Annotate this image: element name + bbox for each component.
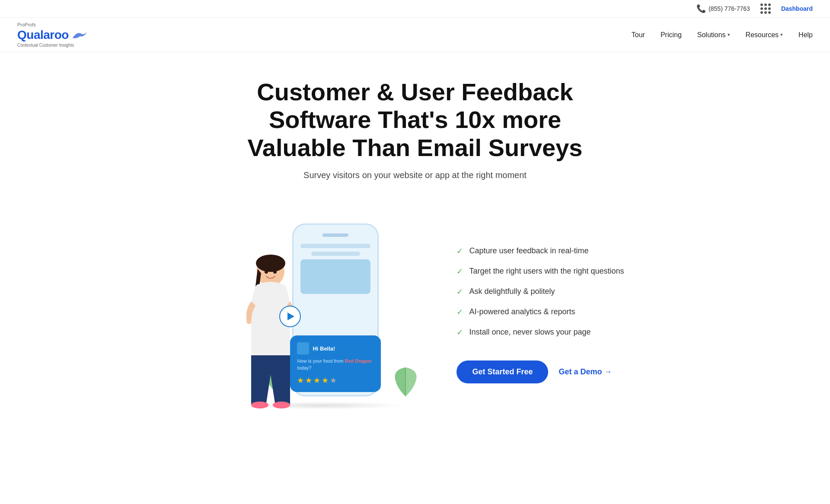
phone-text: (855) 776-7763 [709, 5, 750, 12]
nav-help[interactable]: Help [798, 31, 813, 39]
hero-section: Customer & User Feedback Software That's… [156, 52, 674, 219]
get-demo-button[interactable]: Get a Demo → [559, 367, 612, 376]
survey-avatar [297, 342, 309, 354]
resources-chevron-icon: ▾ [780, 32, 783, 38]
hero-title: Customer & User Feedback Software That's… [220, 78, 610, 162]
feature-item-3: ✓ Ask delightfully & politely [456, 286, 624, 297]
star-2: ★ [305, 376, 312, 385]
feature-item-2: ✓ Target the right users with the right … [456, 266, 624, 277]
nav-pricing[interactable]: Pricing [661, 31, 682, 39]
logo-qualaroo-text: Qualaroo [17, 28, 69, 42]
survey-popup-question: How is your food from Red Dragon today? [297, 358, 374, 371]
nav-tour[interactable]: Tour [632, 31, 645, 39]
hero-content: Hi Bella! How is your food from Red Drag… [156, 219, 674, 409]
logo-tagline: Contextual Customer Insights [17, 43, 88, 48]
feature-text-1: Capture user feedback in real-time [469, 246, 588, 256]
star-5: ★ [330, 376, 337, 385]
feature-text-5: Install once, never slows your page [469, 327, 591, 338]
svg-point-4 [251, 402, 268, 408]
phone-line-1 [300, 244, 370, 248]
feature-item-4: ✓ AI-powered analytics & reports [456, 306, 624, 317]
star-rating: ★ ★ ★ ★ ★ [297, 376, 374, 385]
main-nav: ProProfs Qualaroo Contextual Customer In… [0, 18, 830, 52]
get-started-button[interactable]: Get Started Free [456, 360, 548, 383]
check-icon-1: ✓ [456, 246, 463, 256]
solutions-chevron-icon: ▾ [728, 32, 730, 38]
feature-text-3: Ask delightfully & politely [469, 286, 555, 297]
leaf-right-icon [394, 366, 418, 401]
survey-popup: Hi Bella! How is your food from Red Drag… [290, 335, 381, 392]
hero-illustration: Hi Bella! How is your food from Red Drag… [206, 219, 431, 409]
star-1: ★ [297, 376, 304, 385]
nav-links: Tour Pricing Solutions ▾ Resources ▾ Hel… [632, 31, 813, 39]
check-icon-3: ✓ [456, 287, 463, 297]
svg-point-5 [273, 402, 290, 408]
check-icon-2: ✓ [456, 267, 463, 276]
phone-number: 📞 (855) 776-7763 [696, 4, 750, 13]
feature-item-5: ✓ Install once, never slows your page [456, 327, 624, 338]
survey-popup-header: Hi Bella! [297, 342, 374, 354]
features-list: ✓ Capture user feedback in real-time ✓ T… [456, 246, 624, 383]
cta-buttons: Get Started Free Get a Demo → [456, 360, 624, 383]
feature-text-2: Target the right users with the right qu… [469, 266, 624, 277]
logo-bird-icon [70, 30, 88, 40]
phone-notch [322, 233, 348, 237]
hero-subtitle: Survey visitors on your website or app a… [173, 170, 657, 180]
svg-point-6 [265, 270, 268, 274]
logo: ProProfs Qualaroo Contextual Customer In… [17, 22, 88, 48]
nav-resources[interactable]: Resources ▾ [746, 31, 783, 39]
top-bar: 📞 (855) 776-7763 Dashboard [0, 0, 830, 18]
dashboard-link[interactable]: Dashboard [781, 5, 813, 12]
star-3: ★ [313, 376, 320, 385]
phone-line-2 [311, 252, 360, 256]
nav-solutions[interactable]: Solutions ▾ [697, 31, 730, 39]
check-icon-4: ✓ [456, 307, 463, 317]
red-dragon-text: Red Dragon [345, 358, 371, 364]
feature-item-1: ✓ Capture user feedback in real-time [456, 246, 624, 256]
star-4: ★ [322, 376, 329, 385]
survey-popup-name: Hi Bella! [313, 345, 335, 352]
check-icon-5: ✓ [456, 328, 463, 337]
phone-card [300, 259, 370, 294]
logo-proprofs: ProProfs [17, 22, 88, 27]
logo-brand: Qualaroo [17, 28, 88, 42]
svg-point-1 [256, 255, 285, 272]
phone-icon: 📞 [696, 4, 706, 13]
svg-point-7 [273, 270, 277, 274]
grid-icon[interactable] [760, 3, 771, 14]
feature-text-4: AI-powered analytics & reports [469, 306, 575, 317]
play-triangle-icon [287, 313, 294, 320]
